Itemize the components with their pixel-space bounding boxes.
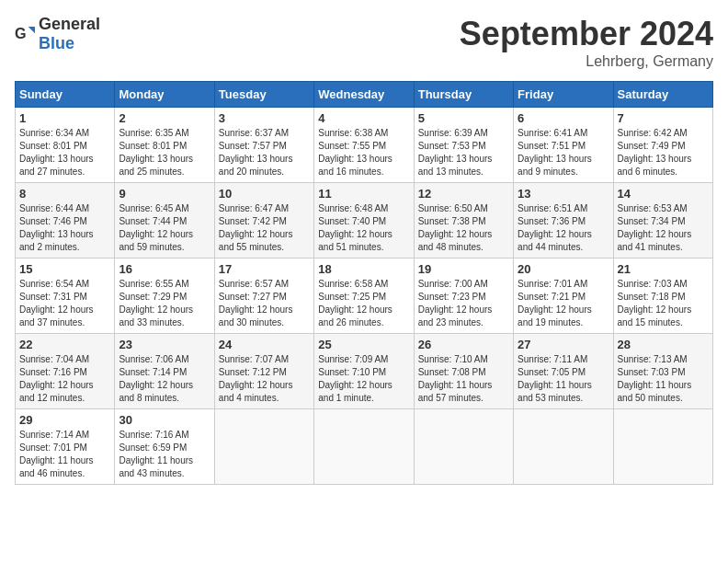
day-info: Sunrise: 6:35 AMSunset: 8:01 PMDaylight:… bbox=[119, 127, 210, 178]
table-row: 12 Sunrise: 6:50 AMSunset: 7:38 PMDaylig… bbox=[414, 183, 513, 259]
day-info: Sunrise: 7:09 AMSunset: 7:10 PMDaylight:… bbox=[318, 353, 409, 405]
day-info: Sunrise: 6:42 AMSunset: 7:49 PMDaylight:… bbox=[618, 127, 709, 178]
table-row: 23 Sunrise: 7:06 AMSunset: 7:14 PMDaylig… bbox=[115, 334, 214, 409]
calendar-row: 15 Sunrise: 6:54 AMSunset: 7:31 PMDaylig… bbox=[16, 259, 713, 334]
svg-text:G: G bbox=[15, 25, 27, 41]
table-row: 1 Sunrise: 6:34 AMSunset: 8:01 PMDayligh… bbox=[16, 108, 115, 183]
day-number: 24 bbox=[219, 338, 310, 351]
table-row: 5 Sunrise: 6:39 AMSunset: 7:53 PMDayligh… bbox=[414, 108, 513, 183]
day-info: Sunrise: 6:50 AMSunset: 7:38 PMDaylight:… bbox=[418, 202, 509, 254]
day-info: Sunrise: 7:13 AMSunset: 7:03 PMDaylight:… bbox=[618, 353, 709, 405]
day-number: 9 bbox=[119, 187, 210, 201]
day-info: Sunrise: 6:51 AMSunset: 7:36 PMDaylight:… bbox=[518, 202, 609, 254]
day-number: 6 bbox=[518, 111, 609, 125]
table-row: 18 Sunrise: 6:58 AMSunset: 7:25 PMDaylig… bbox=[314, 259, 414, 334]
day-info: Sunrise: 6:55 AMSunset: 7:29 PMDaylight:… bbox=[119, 278, 210, 329]
day-info: Sunrise: 6:45 AMSunset: 7:44 PMDaylight:… bbox=[119, 202, 210, 254]
day-info: Sunrise: 7:06 AMSunset: 7:14 PMDaylight:… bbox=[119, 353, 210, 405]
day-number: 3 bbox=[219, 111, 310, 125]
day-number: 8 bbox=[19, 187, 110, 201]
day-number: 4 bbox=[318, 111, 409, 125]
day-number: 13 bbox=[518, 187, 609, 201]
day-info: Sunrise: 7:10 AMSunset: 7:08 PMDaylight:… bbox=[418, 353, 509, 405]
table-row: 22 Sunrise: 7:04 AMSunset: 7:16 PMDaylig… bbox=[16, 334, 115, 409]
table-row: 25 Sunrise: 7:09 AMSunset: 7:10 PMDaylig… bbox=[314, 334, 414, 409]
day-info: Sunrise: 7:03 AMSunset: 7:18 PMDaylight:… bbox=[618, 278, 709, 329]
table-row bbox=[314, 409, 414, 485]
table-row bbox=[514, 409, 613, 485]
day-info: Sunrise: 6:54 AMSunset: 7:31 PMDaylight:… bbox=[19, 278, 110, 329]
day-number: 20 bbox=[518, 262, 609, 276]
day-number: 25 bbox=[318, 338, 409, 351]
day-number: 5 bbox=[418, 111, 509, 125]
calendar-row: 8 Sunrise: 6:44 AMSunset: 7:46 PMDayligh… bbox=[16, 183, 713, 259]
table-row: 13 Sunrise: 6:51 AMSunset: 7:36 PMDaylig… bbox=[514, 183, 613, 259]
table-row: 11 Sunrise: 6:48 AMSunset: 7:40 PMDaylig… bbox=[314, 183, 414, 259]
day-number: 1 bbox=[19, 111, 110, 125]
day-number: 22 bbox=[19, 338, 110, 351]
day-info: Sunrise: 7:14 AMSunset: 7:01 PMDaylight:… bbox=[19, 429, 110, 480]
logo-general: General bbox=[39, 15, 100, 33]
table-row: 28 Sunrise: 7:13 AMSunset: 7:03 PMDaylig… bbox=[613, 334, 712, 409]
day-info: Sunrise: 6:48 AMSunset: 7:40 PMDaylight:… bbox=[318, 202, 409, 254]
day-info: Sunrise: 6:38 AMSunset: 7:55 PMDaylight:… bbox=[318, 127, 409, 178]
header: G General Blue September 2024 Lehrberg, … bbox=[15, 15, 713, 70]
table-row: 29 Sunrise: 7:14 AMSunset: 7:01 PMDaylig… bbox=[16, 409, 115, 485]
calendar-row: 29 Sunrise: 7:14 AMSunset: 7:01 PMDaylig… bbox=[16, 409, 713, 485]
day-number: 26 bbox=[418, 338, 509, 351]
calendar-row: 1 Sunrise: 6:34 AMSunset: 8:01 PMDayligh… bbox=[16, 108, 713, 183]
day-number: 12 bbox=[418, 187, 509, 201]
table-row: 10 Sunrise: 6:47 AMSunset: 7:42 PMDaylig… bbox=[214, 183, 313, 259]
day-number: 19 bbox=[418, 262, 509, 276]
day-number: 15 bbox=[19, 262, 110, 276]
day-number: 7 bbox=[618, 111, 709, 125]
title-area: September 2024 Lehrberg, Germany bbox=[460, 15, 713, 70]
header-row: Sunday Monday Tuesday Wednesday Thursday… bbox=[16, 82, 713, 108]
table-row bbox=[414, 409, 513, 485]
day-info: Sunrise: 6:41 AMSunset: 7:51 PMDaylight:… bbox=[518, 127, 609, 178]
calendar-table: Sunday Monday Tuesday Wednesday Thursday… bbox=[15, 81, 713, 485]
table-row: 21 Sunrise: 7:03 AMSunset: 7:18 PMDaylig… bbox=[613, 259, 712, 334]
day-info: Sunrise: 6:58 AMSunset: 7:25 PMDaylight:… bbox=[318, 278, 409, 329]
table-row: 4 Sunrise: 6:38 AMSunset: 7:55 PMDayligh… bbox=[314, 108, 414, 183]
day-number: 16 bbox=[119, 262, 210, 276]
col-sunday: Sunday bbox=[16, 82, 115, 108]
day-number: 23 bbox=[119, 338, 210, 351]
table-row: 3 Sunrise: 6:37 AMSunset: 7:57 PMDayligh… bbox=[214, 108, 313, 183]
day-info: Sunrise: 7:16 AMSunset: 6:59 PMDaylight:… bbox=[119, 429, 210, 480]
calendar-row: 22 Sunrise: 7:04 AMSunset: 7:16 PMDaylig… bbox=[16, 334, 713, 409]
table-row bbox=[613, 409, 712, 485]
col-friday: Friday bbox=[514, 82, 613, 108]
day-info: Sunrise: 6:57 AMSunset: 7:27 PMDaylight:… bbox=[219, 278, 310, 329]
table-row: 17 Sunrise: 6:57 AMSunset: 7:27 PMDaylig… bbox=[214, 259, 313, 334]
table-row: 2 Sunrise: 6:35 AMSunset: 8:01 PMDayligh… bbox=[115, 108, 214, 183]
day-number: 2 bbox=[119, 111, 210, 125]
day-info: Sunrise: 6:39 AMSunset: 7:53 PMDaylight:… bbox=[418, 127, 509, 178]
logo-icon: G bbox=[15, 24, 35, 44]
day-number: 29 bbox=[19, 413, 110, 427]
day-info: Sunrise: 7:04 AMSunset: 7:16 PMDaylight:… bbox=[19, 353, 110, 405]
table-row: 14 Sunrise: 6:53 AMSunset: 7:34 PMDaylig… bbox=[613, 183, 712, 259]
day-number: 21 bbox=[618, 262, 709, 276]
day-info: Sunrise: 7:01 AMSunset: 7:21 PMDaylight:… bbox=[518, 278, 609, 329]
location-title: Lehrberg, Germany bbox=[460, 53, 713, 70]
table-row: 8 Sunrise: 6:44 AMSunset: 7:46 PMDayligh… bbox=[16, 183, 115, 259]
table-row: 30 Sunrise: 7:16 AMSunset: 6:59 PMDaylig… bbox=[115, 409, 214, 485]
col-tuesday: Tuesday bbox=[214, 82, 313, 108]
table-row: 16 Sunrise: 6:55 AMSunset: 7:29 PMDaylig… bbox=[115, 259, 214, 334]
day-info: Sunrise: 7:11 AMSunset: 7:05 PMDaylight:… bbox=[518, 353, 609, 405]
col-saturday: Saturday bbox=[613, 82, 712, 108]
logo-blue: Blue bbox=[39, 34, 74, 52]
table-row: 6 Sunrise: 6:41 AMSunset: 7:51 PMDayligh… bbox=[514, 108, 613, 183]
day-number: 28 bbox=[618, 338, 709, 351]
table-row: 26 Sunrise: 7:10 AMSunset: 7:08 PMDaylig… bbox=[414, 334, 513, 409]
day-number: 27 bbox=[518, 338, 609, 351]
table-row: 27 Sunrise: 7:11 AMSunset: 7:05 PMDaylig… bbox=[514, 334, 613, 409]
day-info: Sunrise: 6:34 AMSunset: 8:01 PMDaylight:… bbox=[19, 127, 110, 178]
day-number: 17 bbox=[219, 262, 310, 276]
calendar-body: 1 Sunrise: 6:34 AMSunset: 8:01 PMDayligh… bbox=[16, 108, 713, 485]
logo: G General Blue bbox=[15, 15, 100, 53]
day-info: Sunrise: 6:44 AMSunset: 7:46 PMDaylight:… bbox=[19, 202, 110, 254]
day-info: Sunrise: 6:37 AMSunset: 7:57 PMDaylight:… bbox=[219, 127, 310, 178]
day-number: 30 bbox=[119, 413, 210, 427]
